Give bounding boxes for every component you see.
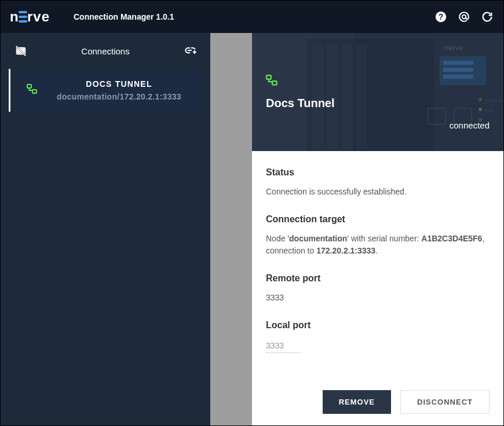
- svg-rect-27: [266, 75, 271, 79]
- at-icon[interactable]: [457, 10, 471, 24]
- svg-rect-16: [443, 61, 473, 65]
- connection-item[interactable]: DOCS TUNNEL documentation/172.20.2.1:333…: [15, 69, 202, 112]
- svg-rect-10: [306, 39, 434, 151]
- connection-target-value: Node 'documentation' with serial number:…: [266, 233, 490, 257]
- app-header: n rve Connection Manager 1.0.1 ?: [1, 1, 503, 33]
- connection-text: DOCS TUNNEL documentation/172.20.2.1:333…: [48, 79, 191, 101]
- svg-rect-28: [272, 81, 277, 85]
- svg-rect-8: [27, 85, 31, 88]
- sidebar-header: Connections: [1, 33, 210, 69]
- remove-button[interactable]: Remove: [323, 390, 391, 414]
- main-area: Connections DOCS TUNNEL documentation/17…: [1, 33, 503, 425]
- detail-header: nerve Power A Link Docs Tunnel connected: [252, 33, 503, 151]
- remote-port-value: 3333: [266, 292, 490, 304]
- local-port-label: Local port: [266, 320, 490, 330]
- svg-text:?: ?: [439, 13, 443, 21]
- status-label: Status: [266, 167, 490, 178]
- node-icon: [27, 84, 38, 97]
- remote-port-label: Remote port: [266, 273, 490, 284]
- connection-name: DOCS TUNNEL: [48, 79, 191, 89]
- detail-footer: Remove Disconnect: [252, 379, 503, 425]
- sidebar: Connections DOCS TUNNEL documentation/17…: [1, 33, 210, 425]
- disconnect-button[interactable]: Disconnect: [400, 390, 490, 414]
- svg-text:nerve: nerve: [444, 44, 463, 52]
- local-port-input[interactable]: [266, 339, 301, 353]
- detail-title: Docs Tunnel: [266, 97, 490, 110]
- panel-gap: [210, 33, 252, 425]
- device-background: nerve Power A Link: [283, 33, 503, 151]
- app-title: Connection Manager 1.0.1: [74, 12, 174, 21]
- node-icon: [266, 75, 490, 89]
- svg-rect-17: [443, 68, 473, 72]
- connection-target-label: Connection target: [266, 214, 490, 225]
- add-connection-icon[interactable]: [184, 45, 196, 57]
- connected-badge: connected: [450, 120, 490, 130]
- nerve-logo: n rve: [10, 9, 65, 25]
- connection-target-text: documentation/172.20.2.1:3333: [48, 92, 191, 101]
- svg-text:n: n: [10, 9, 19, 24]
- svg-text:rve: rve: [27, 9, 50, 24]
- sidebar-title: Connections: [27, 46, 184, 56]
- help-icon[interactable]: ?: [434, 10, 448, 24]
- refresh-icon[interactable]: [480, 10, 494, 24]
- header-right: ?: [434, 10, 494, 24]
- header-left: n rve Connection Manager 1.0.1: [10, 9, 174, 25]
- disconnect-all-icon[interactable]: [14, 45, 27, 57]
- svg-rect-9: [32, 90, 36, 93]
- svg-rect-20: [428, 108, 445, 124]
- status-text: Connection is successfully established.: [266, 186, 490, 198]
- detail-body: Status Connection is successfully establ…: [252, 151, 503, 379]
- detail-panel: nerve Power A Link Docs Tunnel connected…: [252, 33, 503, 425]
